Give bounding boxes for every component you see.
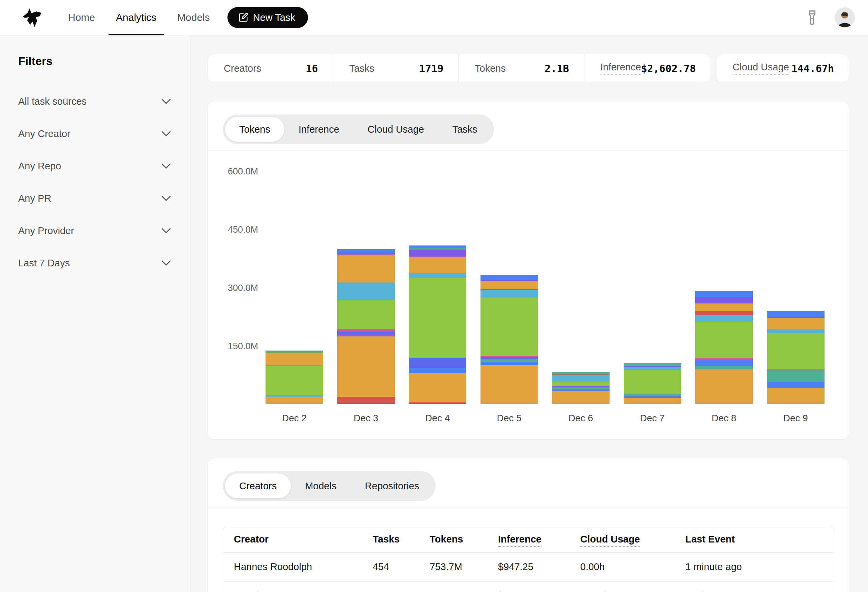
creators-table: CreatorTasksTokensInferenceCloud UsageLa… <box>223 526 834 592</box>
bar-segment-orange <box>767 388 825 404</box>
filter-label: Any Creator <box>18 128 71 139</box>
bar-segment-green <box>266 366 323 395</box>
bar-segment-blue <box>337 249 395 253</box>
stat-creators: Creators16 <box>208 54 333 82</box>
stat-label: Tasks <box>350 63 374 74</box>
bar-dec-4[interactable] <box>409 246 466 404</box>
chart-tab-tasks[interactable]: Tasks <box>438 117 491 142</box>
table-header-row: CreatorTasksTokensInferenceCloud UsageLa… <box>223 526 834 552</box>
bar-segment-teal <box>767 370 825 382</box>
x-axis-label-dec-4: Dec 4 <box>409 413 466 424</box>
y-axis-tick-300m: 300.0M <box>218 283 258 293</box>
bar-segment-blue <box>480 362 538 365</box>
chevron-down-icon <box>161 163 171 169</box>
filter-last-7-days[interactable]: Last 7 Days <box>0 247 190 279</box>
bar-segment-purple <box>337 334 395 336</box>
bar-segment-green <box>695 322 753 358</box>
bar-segment-purple <box>695 297 753 303</box>
chart-plot: 150.0M300.0M450.0M600.0MDec 2Dec 3Dec 4D… <box>208 151 849 439</box>
bar-segment-blue <box>767 382 825 388</box>
stat-label[interactable]: Inference <box>601 62 641 75</box>
breakdown-tab-repositories[interactable]: Repositories <box>351 473 433 498</box>
table-row-hannes-roodolph[interactable]: Hannes Roodolph454753.7M$947.250.00h1 mi… <box>223 552 834 581</box>
bar-segment-blue <box>409 246 466 248</box>
nav-link-home[interactable]: Home <box>68 0 95 35</box>
x-axis-label-dec-6: Dec 6 <box>552 413 610 424</box>
filter-any-provider[interactable]: Any Provider <box>0 215 190 247</box>
chevron-down-icon <box>161 260 171 266</box>
bar-segment-orange <box>266 353 323 365</box>
nav-link-models[interactable]: Models <box>177 0 210 35</box>
nav-right <box>805 8 855 27</box>
column-header-label: Creator <box>234 534 269 545</box>
filter-list: All task sourcesAny CreatorAny RepoAny P… <box>0 85 190 279</box>
column-header-last-event: Last Event <box>685 534 735 545</box>
nav-links: HomeAnalyticsModels <box>68 0 210 35</box>
user-avatar[interactable] <box>835 8 855 27</box>
bar-segment-sky <box>624 367 681 370</box>
stat-label[interactable]: Cloud Usage <box>732 62 789 75</box>
top-nav: HomeAnalyticsModels New Task <box>0 0 868 35</box>
chart-tab-cloud-usage[interactable]: Cloud Usage <box>353 117 438 142</box>
bar-segment-teal <box>695 367 753 370</box>
chart-tab-inference[interactable]: Inference <box>284 117 353 142</box>
column-header-inference[interactable]: Inference <box>498 534 542 545</box>
stat-tokens: Tokens2.1B <box>458 54 584 82</box>
stat-value: 16 <box>306 63 318 74</box>
bar-segment-sky <box>337 283 395 300</box>
filter-any-repo[interactable]: Any Repo <box>0 150 190 182</box>
cell-inference: $376.28 <box>498 590 580 592</box>
breakdown-tab-models[interactable]: Models <box>291 473 351 498</box>
stat-tasks: Tasks1719 <box>333 54 459 82</box>
filter-all-task-sources[interactable]: All task sources <box>0 85 190 118</box>
edit-square-icon <box>238 12 248 22</box>
breakdown-tab-creators[interactable]: Creators <box>225 473 291 498</box>
filter-label: Any PR <box>18 193 51 204</box>
bar-segment-orange <box>409 256 466 273</box>
bar-segment-orange <box>337 336 395 397</box>
bar-segment-red <box>695 311 753 315</box>
cell-tokens: 544.3M <box>430 590 498 592</box>
column-header-label: Tasks <box>373 534 400 545</box>
flashlight-icon[interactable] <box>805 9 819 26</box>
filter-any-pr[interactable]: Any PR <box>0 182 190 215</box>
chevron-down-icon <box>161 195 171 201</box>
cell-cloud-usage: 0.00h <box>580 561 685 573</box>
column-header-label: Last Event <box>685 534 735 545</box>
stats-card-cloud: Cloud Usage144.67h <box>716 54 849 83</box>
x-axis-label-dec-5: Dec 5 <box>480 413 538 424</box>
bar-segment-sky <box>767 329 825 333</box>
bar-segment-green <box>552 381 610 386</box>
filter-label: Last 7 Days <box>18 258 70 269</box>
column-header-tokens: Tokens <box>430 534 463 545</box>
column-header-cloud-usage[interactable]: Cloud Usage <box>580 534 640 545</box>
x-axis-label-dec-3: Dec 3 <box>337 413 395 424</box>
bar-segment-teal <box>624 363 681 366</box>
table-row-rooviewer[interactable]: Rooviewer440544.3M$376.2875.23h3 minutes… <box>223 581 834 592</box>
bar-segment-orange <box>695 303 753 311</box>
breakdown-tabs: CreatorsModelsRepositories <box>223 471 436 501</box>
stat-label: Creators <box>224 63 261 74</box>
bar-dec-8[interactable] <box>695 291 753 404</box>
filter-any-creator[interactable]: Any Creator <box>0 118 190 150</box>
bar-dec-2[interactable] <box>266 350 323 404</box>
cell-tokens: 753.7M <box>430 561 498 573</box>
bar-dec-9[interactable] <box>767 311 825 404</box>
bar-dec-3[interactable] <box>337 249 395 404</box>
bar-segment-red <box>409 402 466 404</box>
filters-sidebar: Filters All task sourcesAny CreatorAny R… <box>0 36 190 592</box>
nav-link-analytics[interactable]: Analytics <box>116 0 156 35</box>
bar-segment-sky <box>695 315 753 322</box>
x-axis-label-dec-8: Dec 8 <box>695 413 753 424</box>
bar-dec-7[interactable] <box>624 363 681 404</box>
bar-segment-orange <box>767 318 825 329</box>
bar-dec-6[interactable] <box>552 372 610 404</box>
chart-tab-tokens[interactable]: Tokens <box>225 117 284 142</box>
stat-value: 1719 <box>419 63 443 74</box>
bar-segment-red <box>337 397 395 404</box>
bar-dec-5[interactable] <box>480 275 538 404</box>
bar-segment-green <box>480 298 538 356</box>
kangaroo-logo[interactable] <box>22 7 49 28</box>
bar-segment-blue <box>480 275 538 280</box>
new-task-button[interactable]: New Task <box>227 7 308 28</box>
